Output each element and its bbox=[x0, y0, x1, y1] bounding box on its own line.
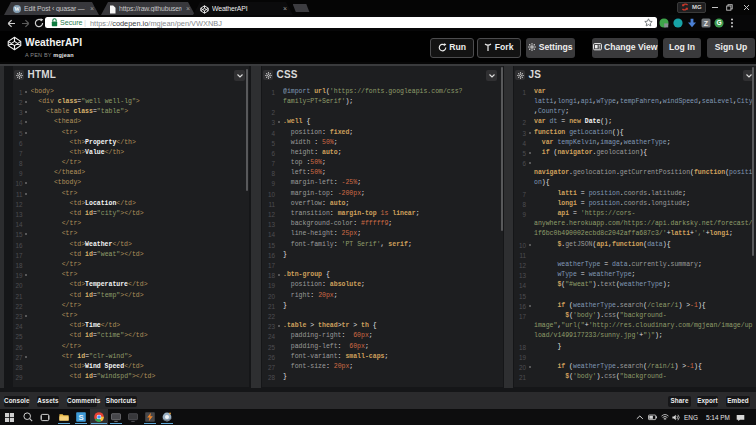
svg-text:W: W bbox=[14, 6, 20, 12]
svg-text:S: S bbox=[78, 413, 83, 422]
svg-text:G: G bbox=[716, 19, 721, 26]
svg-text:Z: Z bbox=[704, 19, 709, 26]
